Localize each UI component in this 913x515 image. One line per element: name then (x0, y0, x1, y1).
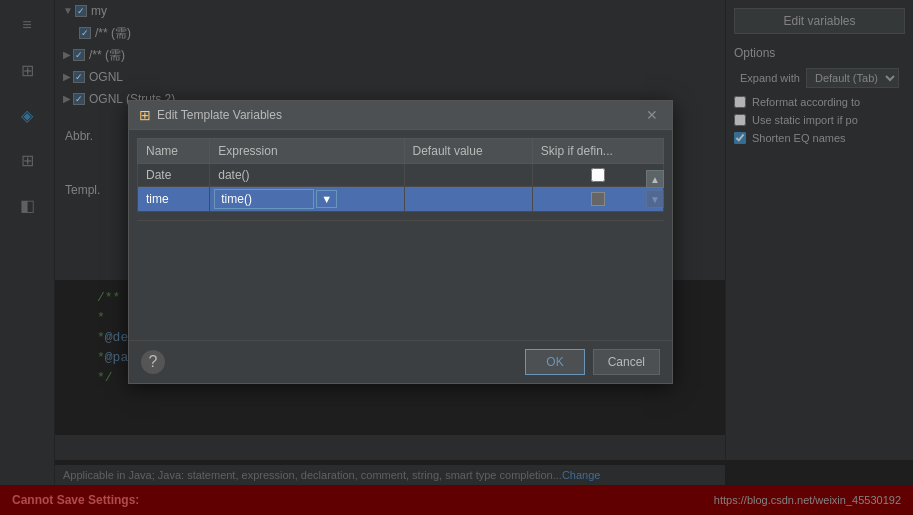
row-expression: date() (210, 164, 404, 187)
table-row-selected[interactable]: time ▼ (138, 187, 664, 212)
col-default: Default value (404, 139, 532, 164)
table-row[interactable]: Date date() (138, 164, 664, 187)
edit-template-variables-dialog: ⊞ Edit Template Variables ✕ Name Express… (128, 100, 673, 384)
row-skip (532, 164, 663, 187)
row-skip (532, 187, 663, 212)
skip-checked-icon[interactable] (591, 192, 605, 206)
expression-input[interactable] (214, 189, 314, 209)
move-up-button[interactable]: ▲ (646, 170, 664, 188)
table-area: Name Expression Default value Skip if de… (129, 130, 672, 220)
cancel-button[interactable]: Cancel (593, 349, 660, 375)
row-name: Date (138, 164, 210, 187)
expression-dropdown-btn[interactable]: ▼ (316, 190, 337, 208)
dialog-close-button[interactable]: ✕ (642, 107, 662, 123)
col-skip: Skip if defin... (532, 139, 663, 164)
empty-table-space (137, 220, 664, 340)
col-expression: Expression (210, 139, 404, 164)
move-down-button[interactable]: ▼ (646, 190, 664, 208)
variables-table: Name Expression Default value Skip if de… (137, 138, 664, 212)
row-default (404, 187, 532, 212)
table-wrapper: Name Expression Default value Skip if de… (137, 138, 664, 212)
skip-checkbox[interactable] (591, 168, 605, 182)
dialog-buttons: OK Cancel (525, 349, 660, 375)
ok-button[interactable]: OK (525, 349, 584, 375)
sort-arrows: ▲ ▼ (646, 170, 664, 208)
dialog-title-bar: ⊞ Edit Template Variables ✕ (129, 101, 672, 130)
row-expression-cell: ▼ (210, 187, 404, 212)
dialog-icon: ⊞ (139, 107, 151, 123)
row-name: time (138, 187, 210, 212)
row-default (404, 164, 532, 187)
dialog-footer: ? OK Cancel (129, 340, 672, 383)
help-button[interactable]: ? (141, 350, 165, 374)
dialog-title-text: Edit Template Variables (157, 108, 282, 122)
col-name: Name (138, 139, 210, 164)
dialog-title: ⊞ Edit Template Variables (139, 107, 282, 123)
expression-dropdown: ▼ (214, 189, 399, 209)
